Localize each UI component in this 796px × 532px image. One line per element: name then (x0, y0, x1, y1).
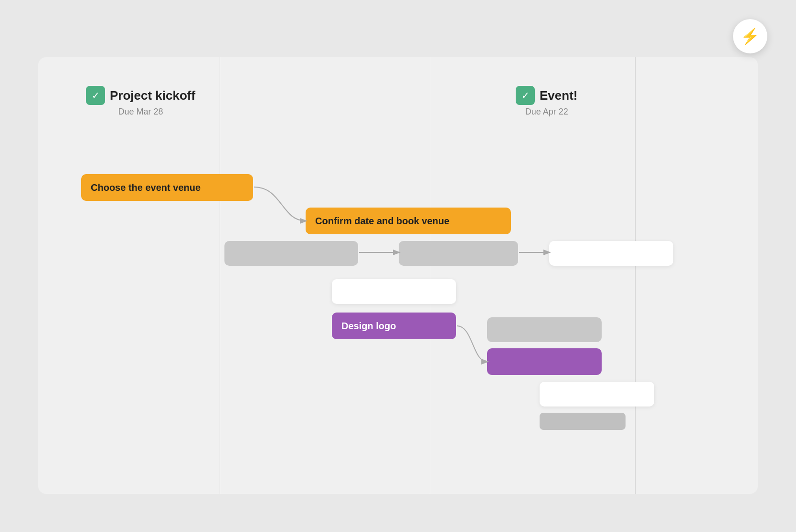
milestone-event-icon: ✓ (516, 86, 535, 105)
milestone-event-due: Due Apr 22 (525, 107, 568, 117)
task-gray-1[interactable] (224, 241, 358, 266)
milestone-event-title: Event! (540, 88, 577, 103)
task-purple-right[interactable] (487, 348, 602, 375)
milestone-kickoff-icon: ✓ (86, 86, 105, 105)
milestone-event: ✓ Event! Due Apr 22 (516, 86, 577, 117)
milestone-kickoff-due: Due Mar 28 (118, 107, 163, 117)
vline-1 (220, 57, 220, 494)
task-white-right[interactable] (549, 241, 673, 266)
milestone-project-kickoff: ✓ Project kickoff Due Mar 28 (86, 86, 195, 117)
task-white-1[interactable] (332, 279, 456, 304)
vline-2 (430, 57, 430, 494)
task-gray-small[interactable] (540, 413, 626, 430)
task-design-logo[interactable]: Design logo (332, 313, 456, 339)
lightning-icon: ⚡ (741, 27, 760, 45)
task-gray-right-top[interactable] (487, 317, 602, 342)
lightning-button[interactable]: ⚡ (733, 19, 767, 53)
task-confirm-venue[interactable]: Confirm date and book venue (306, 208, 511, 234)
vline-3 (635, 57, 636, 494)
arrows-svg (38, 57, 758, 494)
task-choose-venue[interactable]: Choose the event venue (81, 174, 253, 201)
canvas: ✓ Project kickoff Due Mar 28 ✓ Event! Du… (38, 57, 758, 494)
milestone-kickoff-title: Project kickoff (110, 88, 195, 103)
task-white-bottom-right[interactable] (540, 382, 654, 407)
task-gray-2[interactable] (399, 241, 518, 266)
